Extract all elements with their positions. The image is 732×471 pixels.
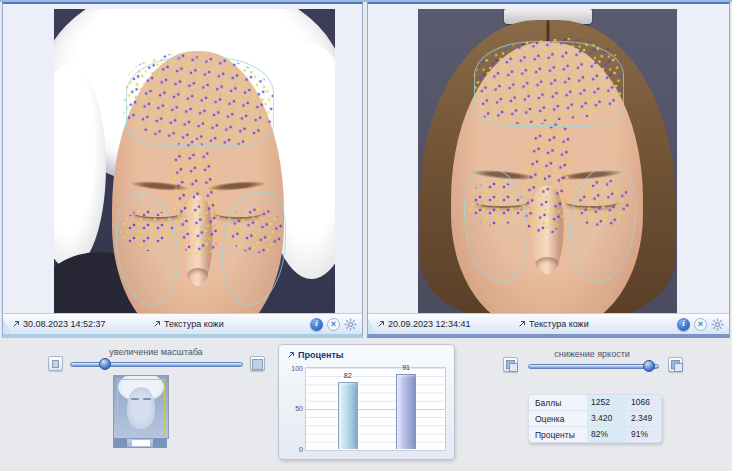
zoom-slider-thumb[interactable] (99, 358, 111, 370)
bar-after: 91 (396, 374, 416, 449)
row-label: Проценты (529, 430, 587, 440)
before-photo-panel: 30.08.2023 14:52:37 Текстура кожи i × (2, 2, 363, 338)
table-row: Баллы 1252 1066 (529, 395, 661, 411)
scroll-handle[interactable] (131, 439, 151, 447)
after-mode-label: Текстура кожи (529, 319, 589, 329)
chart-header: Проценты (279, 345, 454, 360)
scroll-right-button[interactable] (153, 439, 166, 447)
navigator-view-rectangle[interactable] (117, 379, 165, 436)
navigator-scrollbar[interactable] (113, 438, 167, 448)
flag-arrow-icon (153, 320, 161, 328)
before-photo (54, 9, 335, 314)
before-value: 3.420 (587, 411, 627, 426)
skin-analysis-app: 30.08.2023 14:52:37 Текстура кожи i × (0, 0, 732, 471)
before-toolbar: i × (310, 318, 357, 331)
row-label: Оценка (529, 414, 587, 424)
before-timestamp-item[interactable]: 30.08.2023 14:52:37 (12, 319, 106, 329)
bar-before: 82 (338, 382, 358, 449)
resize-grip (3, 319, 12, 334)
brightness-slider-thumb[interactable] (643, 360, 655, 372)
row-label: Баллы (529, 398, 587, 408)
zoom-out-button[interactable] (48, 356, 63, 371)
after-mode-item[interactable]: Текстура кожи (518, 319, 589, 329)
after-timestamp: 20.09.2023 12:34:41 (388, 319, 471, 329)
results-table: Баллы 1252 1066 Оценка 3.420 2.349 Проце… (528, 394, 662, 443)
y-tick-100: 100 (283, 365, 303, 372)
after-timestamp-item[interactable]: 20.09.2023 12:34:41 (377, 319, 471, 329)
before-value: 82% (587, 427, 627, 442)
after-value: 91% (627, 427, 661, 442)
resize-grip (368, 319, 377, 334)
flag-arrow-icon (287, 351, 295, 359)
analysis-region-forehead (474, 41, 624, 127)
before-value: 1252 (587, 395, 627, 410)
layered-squares-icon (504, 358, 517, 371)
brightness-slider-label: снижение яркости (512, 349, 672, 359)
large-image-icon (252, 359, 263, 370)
after-value: 2.349 (627, 411, 661, 426)
flag-arrow-icon (518, 320, 526, 328)
before-status-bar: 30.08.2023 14:52:37 Текстура кожи i × (3, 313, 362, 334)
before-mode-label: Текстура кожи (164, 319, 224, 329)
after-status-bar: 20.09.2023 12:34:41 Текстура кожи i × (368, 313, 729, 334)
bar-after-value: 91 (402, 364, 410, 371)
scroll-left-button[interactable] (114, 439, 127, 447)
zoom-in-button[interactable] (250, 356, 265, 371)
bar-before-value: 82 (344, 372, 352, 379)
zoom-slider-label: увеличение масштаба (66, 347, 246, 357)
table-row: Проценты 82% 91% (529, 427, 661, 442)
chart-plot-area: 100 50 0 82 91 (305, 367, 446, 451)
gridline-50 (306, 409, 445, 410)
y-tick-0: 0 (283, 446, 303, 453)
table-row: Оценка 3.420 2.349 (529, 411, 661, 427)
flag-arrow-icon (377, 320, 385, 328)
close-button[interactable]: × (694, 318, 707, 331)
y-tick-50: 50 (283, 405, 303, 412)
close-button[interactable]: × (327, 318, 340, 331)
after-photo (418, 9, 677, 314)
after-photo-panel: 20.09.2023 12:34:41 Текстура кожи i × (367, 2, 730, 338)
after-toolbar: i × (677, 318, 724, 331)
brightness-slider-track[interactable] (528, 364, 659, 369)
chart-title: Проценты (298, 350, 344, 360)
zoom-slider-track[interactable] (70, 362, 243, 367)
flag-arrow-icon (12, 320, 20, 328)
settings-gear-icon[interactable] (344, 318, 357, 331)
settings-gear-icon[interactable] (711, 318, 724, 331)
analysis-region-cheek-right (222, 192, 286, 306)
info-button[interactable]: i (310, 318, 323, 331)
percent-chart-panel: Проценты 100 50 0 82 91 (278, 344, 455, 460)
navigator-thumbnail[interactable] (113, 375, 169, 439)
layered-squares-icon (669, 358, 682, 371)
info-button[interactable]: i (677, 318, 690, 331)
brightness-low-button[interactable] (503, 357, 518, 372)
before-timestamp: 30.08.2023 14:52:37 (23, 319, 106, 329)
before-mode-item[interactable]: Текстура кожи (153, 319, 224, 329)
brightness-high-button[interactable] (668, 357, 683, 372)
small-image-icon (52, 360, 59, 368)
after-value: 1066 (627, 395, 661, 410)
analysis-region-forehead (126, 57, 274, 147)
